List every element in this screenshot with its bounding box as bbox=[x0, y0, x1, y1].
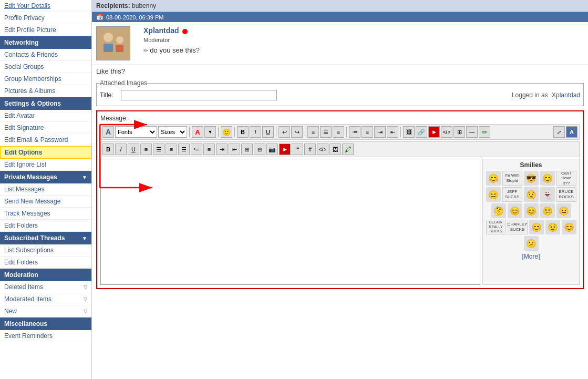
align-center-btn[interactable]: ☰ bbox=[320, 126, 332, 138]
code-btn[interactable]: </> bbox=[441, 126, 452, 138]
sidebar-item-edit-details[interactable]: Edit Your Details bbox=[0, 0, 91, 12]
bold-btn[interactable]: B bbox=[237, 126, 249, 138]
special-1[interactable]: ⊞ bbox=[241, 144, 253, 155]
sidebar-item-moderated-items[interactable]: Moderated Items ▽ bbox=[0, 293, 91, 305]
img-btn-2[interactable]: 🖼 bbox=[329, 144, 341, 155]
redo-btn[interactable]: ↪ bbox=[291, 126, 303, 138]
sidebar-item-pictures-albums[interactable]: Pictures & Albums bbox=[0, 85, 91, 97]
smiley-9[interactable]: 😐 bbox=[556, 203, 571, 218]
italic-btn[interactable]: I bbox=[250, 126, 261, 138]
italic-btn-2[interactable]: I bbox=[115, 144, 127, 155]
resize-btn[interactable]: ⤢ bbox=[553, 126, 565, 138]
align-left-btn-2[interactable]: ≡ bbox=[140, 144, 152, 155]
table-btn[interactable]: ⊞ bbox=[453, 126, 465, 138]
outdent-btn[interactable]: ⇤ bbox=[387, 126, 398, 138]
ordered-list-btn[interactable]: ≔ bbox=[349, 126, 360, 138]
indent-btn[interactable]: ⇥ bbox=[374, 126, 386, 138]
unordered-list-btn[interactable]: ≡ bbox=[362, 126, 373, 138]
sidebar-item-edit-signature[interactable]: Edit Signature bbox=[0, 122, 91, 134]
fullscreen-btn[interactable]: A bbox=[566, 126, 577, 138]
quote-btn[interactable]: ❞ bbox=[292, 144, 303, 155]
sidebar-item-list-subscriptions[interactable]: List Subscriptions bbox=[0, 244, 91, 257]
smiley-11[interactable]: 😟 bbox=[545, 220, 560, 234]
outdent-btn-2[interactable]: ⇤ bbox=[229, 144, 240, 155]
smiley-cool[interactable]: 😎 bbox=[524, 171, 539, 186]
align-center-btn-2[interactable]: ☰ bbox=[153, 144, 164, 155]
code-btn-2[interactable]: </> bbox=[317, 144, 328, 155]
smiley-4[interactable]: 😟 bbox=[524, 187, 539, 202]
sidebar-item-edit-profile-picture[interactable]: Edit Profile Picture bbox=[0, 24, 91, 36]
toolbar-sep-4 bbox=[276, 127, 276, 137]
sidebar-item-edit-avatar[interactable]: Edit Avatar bbox=[0, 110, 91, 122]
undo-btn[interactable]: ↩ bbox=[278, 126, 290, 138]
sidebar-item-new-items[interactable]: New ▽ bbox=[0, 305, 91, 317]
hr-btn[interactable]: — bbox=[466, 126, 478, 138]
special-2[interactable]: ⊟ bbox=[254, 144, 265, 155]
sidebar-item-profile-privacy[interactable]: Profile Privacy bbox=[0, 12, 91, 24]
align-right-btn[interactable]: ≡ bbox=[333, 126, 344, 138]
sidebar-item-social-groups[interactable]: Social Groups bbox=[0, 61, 91, 73]
smiley-charley[interactable]: CHARLEYSUCKS bbox=[508, 220, 528, 234]
smiley-8[interactable]: 😕 bbox=[540, 203, 555, 218]
underline-btn[interactable]: U bbox=[262, 126, 274, 138]
sidebar-item-event-reminders[interactable]: Event Reminders bbox=[0, 330, 91, 342]
post-username[interactable]: Xplantdad bbox=[143, 26, 179, 35]
align-justify-btn[interactable]: ☰ bbox=[178, 144, 190, 155]
youtube-btn[interactable]: ▶ bbox=[279, 144, 291, 155]
smiley-jeff-sucks[interactable]: JEFFSUCKS bbox=[502, 187, 522, 202]
smiley-bruce-rocks[interactable]: BRUCEROCKS bbox=[556, 187, 576, 202]
size-selector[interactable]: Sizes bbox=[158, 126, 187, 138]
smiley-1[interactable]: 😊 bbox=[486, 171, 501, 186]
title-input[interactable] bbox=[121, 90, 277, 100]
message-date: 08-08-2020, 06:39 PM bbox=[106, 14, 163, 21]
smiley-10[interactable]: 😊 bbox=[529, 220, 544, 234]
sidebar-item-edit-folders-sub[interactable]: Edit Folders bbox=[0, 257, 91, 269]
sidebar-item-deleted-items[interactable]: Deleted Items ▽ bbox=[0, 281, 91, 293]
bold-btn-2[interactable]: B bbox=[102, 144, 114, 155]
smiley-3[interactable]: 😐 bbox=[486, 187, 501, 202]
smiley-stupid[interactable]: I'm WithStupid bbox=[502, 171, 522, 186]
sidebar-item-send-new-message[interactable]: Send New Message bbox=[0, 196, 91, 208]
smiley-belair[interactable]: BELAIRREALLY SUCKS bbox=[486, 220, 506, 234]
sidebar-item-edit-options[interactable]: Edit Options bbox=[0, 146, 91, 159]
sidebar-item-track-messages[interactable]: Track Messages bbox=[0, 208, 91, 220]
sidebar-item-edit-email-password[interactable]: Edit Email & Password bbox=[0, 134, 91, 146]
more-smilies-link[interactable]: [More] bbox=[485, 253, 577, 260]
smiley-2[interactable]: 😊 bbox=[540, 171, 555, 186]
subscribed-threads-arrow-icon: ▼ bbox=[82, 235, 87, 241]
sidebar-item-contacts-friends[interactable]: Contacts & Friends bbox=[0, 49, 91, 61]
smiley-can-i-have[interactable]: Can IHave It?? bbox=[556, 171, 576, 186]
calendar-icon: 📅 bbox=[96, 14, 104, 21]
smiley-6[interactable]: 😊 bbox=[508, 203, 522, 218]
hash-btn[interactable]: # bbox=[304, 144, 316, 155]
smiley-btn[interactable]: 🙂 bbox=[221, 126, 232, 138]
video-btn[interactable]: ▶ bbox=[428, 126, 440, 138]
message-textarea[interactable] bbox=[100, 159, 480, 285]
align-right-btn-2[interactable]: ≡ bbox=[166, 144, 177, 155]
align-left-btn[interactable]: ≡ bbox=[307, 126, 319, 138]
font-color-btn[interactable]: A bbox=[192, 126, 203, 138]
sidebar-item-edit-folders[interactable]: Edit Folders bbox=[0, 220, 91, 232]
underline-btn-2[interactable]: U bbox=[128, 144, 139, 155]
sidebar-item-list-messages[interactable]: List Messages bbox=[0, 183, 91, 196]
font-icon-btn[interactable]: A bbox=[102, 126, 114, 138]
font-color-arrow[interactable]: ▼ bbox=[204, 126, 216, 138]
smiley-ghost[interactable]: 👻 bbox=[540, 187, 555, 202]
message-label: Message: bbox=[100, 115, 580, 122]
eraser-btn-2[interactable]: 🖍 bbox=[342, 144, 354, 155]
image-btn[interactable]: 🖼 bbox=[403, 126, 415, 138]
ordered-list-btn-2[interactable]: ≔ bbox=[191, 144, 202, 155]
font-selector[interactable]: Fonts bbox=[115, 126, 157, 138]
eraser-btn[interactable]: ✏ bbox=[479, 126, 490, 138]
unordered-list-btn-2[interactable]: ≡ bbox=[203, 144, 215, 155]
smiley-5[interactable]: 🤔 bbox=[491, 203, 506, 218]
sidebar-item-group-memberships[interactable]: Group Memberships bbox=[0, 73, 91, 85]
smiley-12[interactable]: 😊 bbox=[562, 220, 576, 234]
special-3[interactable]: 📷 bbox=[266, 144, 278, 155]
indent-btn-2[interactable]: ⇥ bbox=[216, 144, 228, 155]
sidebar-item-edit-ignore-list[interactable]: Edit Ignore List bbox=[0, 159, 91, 171]
smiley-7[interactable]: 😊 bbox=[524, 203, 539, 218]
link-btn[interactable]: 🔗 bbox=[416, 126, 427, 138]
logged-in-user-link[interactable]: Xplantdad bbox=[552, 91, 580, 99]
smiley-13[interactable]: 😕 bbox=[524, 236, 539, 251]
